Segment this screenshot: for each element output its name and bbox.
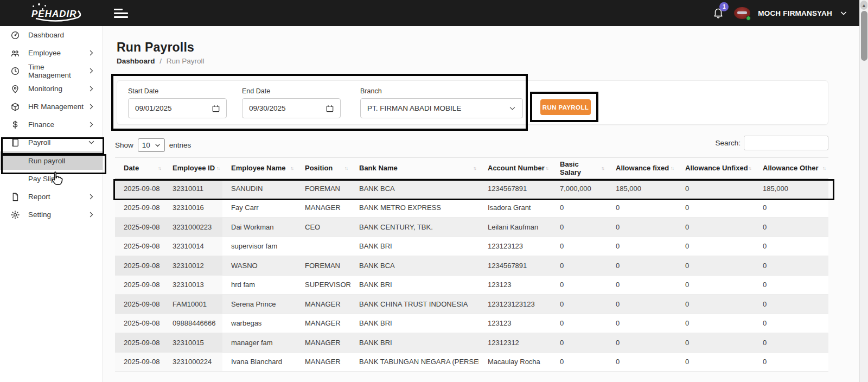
- table-cell: 0: [754, 276, 828, 295]
- page-title: Run Payrolls: [117, 40, 194, 55]
- sidebar-item-payroll[interactable]: Payroll: [0, 133, 103, 151]
- user-menu-chevron-icon[interactable]: [840, 9, 847, 17]
- vertical-scrollbar[interactable]: ▲: [859, 0, 868, 382]
- page-size-select[interactable]: 10: [138, 138, 165, 152]
- sidebar-item-setting[interactable]: Setting: [0, 206, 103, 224]
- table-cell: Macaulay Rocha: [479, 353, 551, 372]
- table-cell: 123123: [479, 276, 551, 295]
- table-cell: MANAGER: [296, 333, 350, 352]
- sort-arrows-icon[interactable]: ↑↓: [601, 165, 604, 171]
- table-cell: MANAGER: [296, 199, 350, 218]
- table-cell: SANUDIN: [222, 179, 296, 198]
- calendar-icon[interactable]: [326, 105, 334, 112]
- table-row[interactable]: 2025-09-083231000224Ivana BlanchardMANAG…: [115, 353, 828, 372]
- scrollbar-thumb[interactable]: [861, 11, 867, 61]
- table-cell: 0: [754, 314, 828, 333]
- people-icon: [10, 48, 21, 59]
- sort-arrows-icon[interactable]: ↑↓: [216, 165, 219, 171]
- table-cell: warbegas: [222, 314, 296, 333]
- table-row[interactable]: 2025-09-0832310011SANUDINFOREMANBANK BCA…: [115, 179, 828, 199]
- table-cell: 0: [676, 256, 754, 275]
- run-payroll-button[interactable]: RUN PAYROLL: [540, 99, 591, 115]
- report-icon: [10, 192, 21, 202]
- table-cell: 0: [607, 218, 676, 237]
- table-cell: 0: [607, 276, 676, 295]
- table-row[interactable]: 2025-09-0832310016Fay CarrMANAGERBANK ME…: [115, 199, 828, 218]
- sidebar-item-dashboard[interactable]: Dashboard: [0, 26, 103, 44]
- sidebar-item-time-management[interactable]: Time Management: [0, 62, 103, 80]
- table-cell: 0: [551, 295, 607, 314]
- table-cell: 0: [754, 218, 828, 237]
- table-row[interactable]: 2025-09-0832310013hrd famSUPERVISORBANK …: [115, 276, 828, 295]
- start-date-input[interactable]: 09/01/2025: [128, 98, 227, 118]
- column-header-label: Position: [305, 164, 333, 172]
- sidebar-subitem-pay-slip[interactable]: Pay Slip: [0, 170, 103, 188]
- search-input[interactable]: [744, 136, 828, 150]
- sidebar-item-hr-management[interactable]: HR Management: [0, 98, 103, 116]
- column-header-label: Date: [124, 164, 139, 172]
- sort-arrows-icon[interactable]: ↑↓: [671, 165, 673, 171]
- sidebar-item-employee[interactable]: Employee: [0, 44, 103, 62]
- table-cell: 1234567891: [479, 179, 551, 198]
- column-header-basic-salary[interactable]: Basic Salary↑↓: [551, 158, 607, 178]
- sort-arrows-icon[interactable]: ↑↓: [344, 165, 347, 171]
- chevron-down-icon: [155, 142, 161, 148]
- table-cell: 0: [676, 314, 754, 333]
- branch-select[interactable]: PT. FIRMAN ABADI MOBILE: [360, 98, 523, 118]
- table-row[interactable]: 2025-09-08FAM10001Serena PrinceMANAGERBA…: [115, 295, 828, 314]
- notification-bell[interactable]: 1: [712, 6, 726, 20]
- sidebar-subitem-run-payroll[interactable]: Run payroll: [0, 151, 103, 170]
- table-cell: 0: [754, 295, 828, 314]
- column-header-employee-name[interactable]: Employee Name↑↓: [222, 158, 296, 178]
- menu-toggle-icon[interactable]: [114, 7, 128, 20]
- sort-arrows-icon[interactable]: ↑↓: [290, 165, 293, 171]
- chevron-right-icon: [88, 67, 95, 74]
- sort-arrows-icon[interactable]: ↑↓: [473, 165, 476, 171]
- table-cell: BANK TABUNGAN NEGARA (PERSERO): [350, 353, 479, 372]
- end-date-input[interactable]: 09/30/2025: [242, 98, 341, 118]
- table-cell: 0: [551, 237, 607, 256]
- sort-arrows-icon[interactable]: ↑↓: [822, 165, 825, 171]
- breadcrumb-dashboard[interactable]: Dashboard: [117, 57, 155, 65]
- table-cell: MANAGER: [296, 353, 350, 372]
- column-header-allowance-other[interactable]: Allowance Other↑↓: [754, 158, 828, 178]
- avatar[interactable]: [734, 6, 750, 20]
- table-cell: 0: [754, 199, 828, 218]
- table-row[interactable]: 2025-09-0832310012WASNOFOREMANBANK BCA12…: [115, 256, 828, 276]
- table-cell: MANAGER: [296, 314, 350, 333]
- table-cell: 0: [551, 276, 607, 295]
- gear-icon: [10, 209, 21, 220]
- sidebar-item-label: Monitoring: [28, 85, 88, 93]
- sidebar-item-finance[interactable]: Finance: [0, 116, 103, 133]
- sort-arrows-icon[interactable]: ↑↓: [748, 165, 751, 171]
- sidebar-item-monitoring[interactable]: Monitoring: [0, 80, 103, 98]
- chevron-right-icon: [88, 49, 95, 56]
- column-header-allowance-unfixed[interactable]: Allowance Unfixed↑↓: [676, 158, 754, 178]
- table-cell: FAM10001: [164, 295, 222, 314]
- column-header-employee-id[interactable]: Employee ID↑↓: [164, 158, 222, 178]
- scroll-up-arrow-icon[interactable]: ▲: [860, 1, 867, 10]
- sort-arrows-icon[interactable]: ↑↓: [158, 165, 161, 171]
- table-row[interactable]: 2025-09-0832310014supervisor famBANK BRI…: [115, 237, 828, 257]
- sidebar-subitem-label: Pay Slip: [28, 175, 55, 183]
- table-cell: 2025-09-08: [115, 295, 164, 314]
- sidebar-item-report[interactable]: Report: [0, 188, 103, 206]
- chevron-right-icon: [88, 121, 95, 128]
- column-header-date[interactable]: Date↑↓: [115, 158, 164, 178]
- sidebar-subitem-label: Run payroll: [28, 157, 65, 165]
- table-cell: 2025-09-08: [115, 333, 164, 352]
- table-row[interactable]: 2025-09-0809888446666warbegasMANAGERBANK…: [115, 314, 828, 334]
- sort-arrows-icon[interactable]: ↑↓: [545, 165, 548, 171]
- column-header-bank-name[interactable]: Bank Name↑↓: [350, 158, 479, 178]
- column-header-label: Basic Salary: [560, 160, 601, 176]
- table-row[interactable]: 2025-09-0832310015manager famMANAGERBANK…: [115, 333, 828, 353]
- column-header-position[interactable]: Position↑↓: [296, 158, 350, 178]
- sidebar-item-label: Dashboard: [28, 31, 95, 39]
- calendar-icon[interactable]: [212, 105, 220, 112]
- book-icon: [10, 137, 21, 148]
- column-header-account-number[interactable]: Account Number↑↓: [479, 158, 551, 178]
- table-cell: 2025-09-08: [115, 353, 164, 372]
- column-header-allowance-fixed[interactable]: Allowance fixed↑↓: [607, 158, 676, 178]
- table-cell: 0: [676, 353, 754, 372]
- table-row[interactable]: 2025-09-083231000223Dai WorkmanCEOBANK C…: [115, 218, 828, 237]
